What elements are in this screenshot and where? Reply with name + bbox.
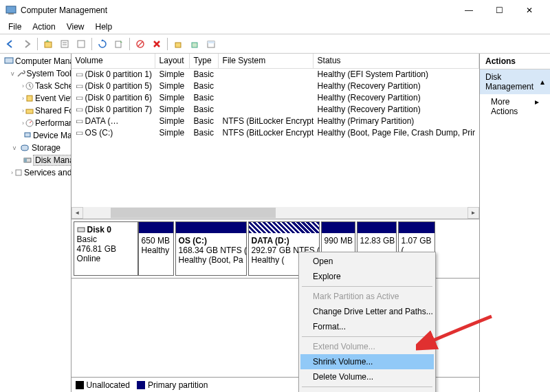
svg-rect-17 [26,109,33,113]
volume-row[interactable]: ▭(Disk 0 partition 5)SimpleBasicHealthy … [72,80,479,92]
tree-root[interactable]: Computer Management (Local) [1,55,69,67]
ctx-properties[interactable]: Properties [300,389,434,392]
svg-rect-10 [175,43,181,47]
svg-rect-0 [6,6,16,13]
window-titlebar: Computer Management — ☐ ✕ [0,0,550,21]
tree-shared-folders[interactable]: ›Shared Folders [1,105,69,117]
disk-icon: ▭ [76,93,84,102]
refresh2-button[interactable] [74,36,89,52]
scroll-left-button[interactable]: ◄ [72,207,83,219]
svg-rect-13 [208,41,214,43]
tree-services-apps[interactable]: ›Services and Applications [1,166,69,179]
col-filesystem[interactable]: File System [219,54,314,68]
tree-performance[interactable]: ›Performance [1,117,69,129]
ctx-mark-active: Mark Partition as Active [300,289,434,304]
app-icon [6,5,16,16]
col-layout[interactable]: Layout [155,54,190,68]
scroll-track[interactable] [83,207,468,219]
minimize-button[interactable]: — [454,0,484,21]
stop-button[interactable] [133,36,148,52]
up-button[interactable] [41,36,56,52]
svg-rect-7 [116,41,121,47]
export-button[interactable] [111,36,126,52]
ctx-change-letter[interactable]: Change Drive Letter and Paths... [300,304,434,319]
refresh-button[interactable] [95,36,110,52]
menu-view[interactable]: View [61,21,90,34]
tree-event-viewer[interactable]: ›Event Viewer [1,92,69,105]
svg-rect-20 [25,133,30,137]
ctx-explore[interactable]: Explore [300,269,434,284]
clock-icon [25,82,34,90]
ctx-shrink[interactable]: Shrink Volume... [300,354,434,369]
delete-button[interactable] [149,36,164,52]
tree-storage[interactable]: vStorage [1,142,69,154]
volume-row[interactable]: ▭(Disk 0 partition 6)SimpleBasicHealthy … [72,92,479,104]
svg-line-9 [138,41,143,47]
actions-header: Actions [480,54,550,69]
maximize-button[interactable]: ☐ [484,0,514,21]
scroll-right-button[interactable]: ► [468,207,479,219]
menu-action[interactable]: Action [27,21,60,34]
ctx-delete[interactable]: Delete Volume... [300,369,434,384]
volume-row[interactable]: ▭(Disk 0 partition 1)SimpleBasicHealthy … [72,69,479,80]
svg-rect-6 [78,41,85,47]
collapse-icon[interactable]: v [11,70,14,77]
chevron-right-icon: ▸ [535,97,539,116]
forward-button[interactable] [19,36,34,52]
close-button[interactable]: ✕ [514,0,544,21]
actions-pane: Actions Disk Management ▴ More Actions ▸ [480,54,550,392]
actions-section[interactable]: Disk Management ▴ [480,69,550,94]
volume-row[interactable]: ▭OS (C:)SimpleBasicNTFS (BitLocker Encry… [72,127,479,139]
svg-rect-11 [192,43,197,47]
disk-info[interactable]: Disk 0 Basic 476.81 GB Online [74,221,138,276]
disk-icon [77,226,85,234]
tree-system-tools[interactable]: v System Tools [1,67,69,80]
menu-bar: File Action View Help [0,21,550,34]
collapse-icon[interactable]: v [11,144,18,151]
collapse-up-icon: ▴ [540,77,544,87]
disk-icon: ▭ [76,69,84,79]
device-icon [23,131,32,140]
folder-shared-icon [25,107,34,115]
ctx-extend: Extend Volume... [300,339,434,354]
hscrollbar[interactable]: ◄ ► [72,207,479,219]
col-type[interactable]: Type [190,54,219,68]
tree-device-manager[interactable]: Device Manager [1,129,69,142]
disk-icon: ▭ [76,116,84,126]
svg-rect-14 [5,58,13,63]
storage-icon [19,144,30,152]
scroll-thumb[interactable] [111,208,276,218]
menu-help[interactable]: Help [90,21,118,34]
partition-os[interactable]: OS (C:)168.34 GB NTFS (Healthy (Boot, Pa [175,221,247,276]
tools-icon [16,69,25,78]
ctx-format[interactable]: Format... [300,319,434,334]
menu-file[interactable]: File [3,21,27,34]
col-status[interactable]: Status [314,54,479,68]
flag2-button[interactable] [187,36,202,52]
perf-icon [25,119,34,127]
svg-rect-23 [24,158,27,162]
legend-primary-swatch [137,381,145,389]
back-button[interactable] [3,36,18,52]
diskmgmt-icon [23,156,32,164]
actions-more[interactable]: More Actions ▸ [480,94,550,119]
tree-disk-management[interactable]: Disk Management [1,154,69,166]
cal-button[interactable] [204,36,219,52]
svg-rect-16 [27,96,32,101]
svg-rect-3 [61,41,68,47]
volume-row[interactable]: ▭DATA (…SimpleBasicNTFS (BitLocker Encry… [72,116,479,127]
tree-task-scheduler[interactable]: ›Task Scheduler [1,80,69,92]
props-button[interactable] [57,36,72,52]
volume-list: ▭(Disk 0 partition 1)SimpleBasicHealthy … [72,69,479,158]
ctx-open[interactable]: Open [300,254,434,269]
svg-rect-2 [45,42,52,47]
partition[interactable]: 650 MBHealthy [138,221,174,276]
computer-icon [4,56,14,66]
window-title: Computer Management [21,6,454,15]
svg-rect-24 [16,170,21,175]
toolbar [0,34,550,54]
disk-icon: ▭ [76,128,84,138]
volume-row[interactable]: ▭(Disk 0 partition 7)SimpleBasicHealthy … [72,104,479,116]
col-volume[interactable]: Volume [72,54,155,68]
flag1-button[interactable] [170,36,186,52]
